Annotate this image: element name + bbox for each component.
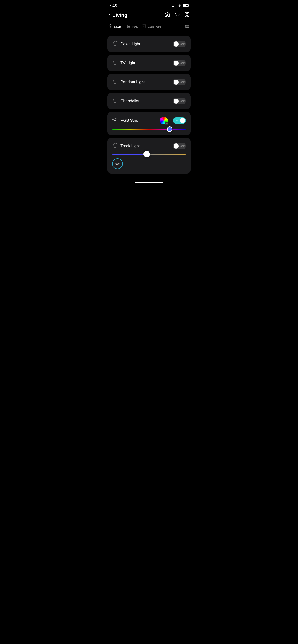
brightness-slider[interactable] bbox=[112, 154, 186, 154]
home-bar-pill bbox=[135, 182, 163, 183]
track-light-icon bbox=[112, 142, 118, 150]
tab-curtain-label: CURTAIN bbox=[148, 25, 161, 28]
track-light-toggle[interactable]: OFF bbox=[173, 143, 186, 149]
sound-icon[interactable] bbox=[174, 12, 180, 18]
rgb-strip-toggle[interactable]: ON bbox=[173, 117, 186, 124]
tab-fan[interactable]: FAN bbox=[127, 21, 142, 32]
down-light-toggle[interactable]: OFF bbox=[173, 41, 186, 47]
pendant-light-icon bbox=[112, 78, 118, 86]
tv-light-icon bbox=[112, 60, 118, 66]
svg-rect-4 bbox=[185, 15, 186, 16]
tab-curtain[interactable]: CURTAIN bbox=[142, 21, 165, 32]
svg-rect-9 bbox=[185, 25, 189, 25]
wifi-icon bbox=[178, 4, 182, 8]
home-bar bbox=[104, 178, 194, 185]
svg-rect-8 bbox=[143, 24, 146, 25]
tab-more-icon[interactable] bbox=[185, 24, 190, 29]
down-light-icon bbox=[112, 40, 118, 48]
home-icon[interactable] bbox=[165, 12, 170, 18]
tv-light-card: TV Light OFF bbox=[107, 55, 191, 71]
tv-light-label: TV Light bbox=[120, 61, 170, 65]
chandelier-card: Chandelier OFF bbox=[107, 93, 191, 109]
light-tab-icon bbox=[108, 24, 113, 29]
color-wheel-button[interactable]: ✏️ bbox=[160, 116, 168, 124]
svg-marker-1 bbox=[175, 13, 177, 16]
tab-light[interactable]: LIGHT bbox=[108, 21, 127, 32]
svg-rect-10 bbox=[185, 26, 189, 27]
svg-rect-2 bbox=[185, 12, 186, 14]
brightness-slider-thumb[interactable] bbox=[143, 151, 150, 158]
tab-light-label: LIGHT bbox=[114, 25, 123, 28]
status-time: 7:10 bbox=[109, 3, 117, 8]
tv-light-toggle[interactable]: OFF bbox=[173, 60, 186, 66]
pendant-light-card: Pendant Light OFF bbox=[107, 74, 191, 90]
svg-rect-5 bbox=[187, 15, 189, 16]
battery-icon bbox=[183, 4, 189, 7]
track-light-label: Track Light bbox=[120, 144, 170, 148]
back-button[interactable]: ‹ bbox=[108, 12, 110, 18]
fan-tab-icon bbox=[127, 24, 131, 29]
svg-point-6 bbox=[110, 25, 111, 27]
header: ‹ Living bbox=[104, 10, 194, 21]
svg-point-22 bbox=[114, 144, 116, 146]
rgb-strip-icon bbox=[112, 117, 118, 124]
rgb-strip-card: RGB Strip ✏️ ON bbox=[107, 112, 191, 135]
pendant-light-toggle[interactable]: OFF bbox=[173, 79, 186, 85]
header-icons bbox=[165, 12, 190, 18]
down-light-label: Down Light bbox=[120, 42, 170, 46]
pendant-light-label: Pendant Light bbox=[120, 80, 170, 84]
status-icons bbox=[172, 4, 189, 8]
tab-fan-label: FAN bbox=[132, 25, 138, 28]
curtain-tab-icon bbox=[142, 24, 146, 29]
svg-point-14 bbox=[114, 61, 116, 63]
track-light-card: Track Light OFF 0% bbox=[107, 138, 191, 174]
svg-point-12 bbox=[114, 42, 116, 44]
svg-point-0 bbox=[167, 14, 168, 15]
rgb-strip-label: RGB Strip bbox=[120, 118, 157, 123]
svg-point-18 bbox=[114, 99, 116, 101]
svg-point-16 bbox=[114, 80, 116, 82]
brightness-percent-row: 0% bbox=[112, 156, 186, 169]
brightness-percent-badge[interactable]: 0% bbox=[112, 158, 123, 169]
rgb-slider-thumb[interactable] bbox=[167, 126, 172, 132]
svg-point-20 bbox=[114, 118, 116, 120]
tab-bar: LIGHT FAN CURTAIN bbox=[104, 21, 194, 32]
chandelier-icon bbox=[112, 98, 118, 104]
chandelier-toggle[interactable]: OFF bbox=[173, 98, 186, 104]
svg-rect-3 bbox=[187, 12, 189, 14]
grid-icon[interactable] bbox=[184, 12, 190, 18]
signal-bars-icon bbox=[172, 4, 176, 7]
down-light-card: Down Light OFF bbox=[107, 36, 191, 52]
page-title: Living bbox=[112, 12, 165, 18]
lights-list: Down Light OFF TV Light bbox=[104, 36, 194, 174]
status-bar: 7:10 bbox=[104, 0, 194, 10]
chandelier-label: Chandelier bbox=[120, 99, 170, 104]
rgb-slider[interactable] bbox=[112, 129, 186, 130]
svg-rect-11 bbox=[185, 27, 189, 28]
